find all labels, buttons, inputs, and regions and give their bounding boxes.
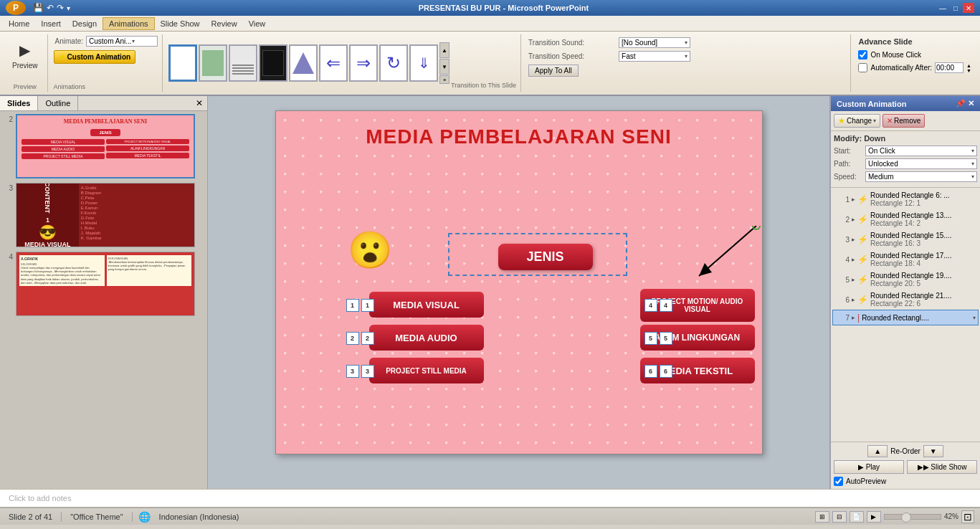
- item-5-expand[interactable]: ▸: [852, 276, 855, 283]
- remove-icon: ✕: [887, 117, 893, 125]
- close-button[interactable]: ✕: [963, 3, 974, 13]
- anim-scroll-up[interactable]: ▲: [439, 42, 449, 58]
- custom-animation-button[interactable]: ★ Custom Animation: [54, 50, 136, 64]
- start-combo[interactable]: On Click ▾: [865, 146, 977, 156]
- auto-after-checkbox[interactable]: [858, 63, 867, 72]
- slideshow-button[interactable]: ▶▶ Slide Show: [907, 460, 977, 474]
- menu-slideshow[interactable]: Slide Show: [155, 18, 206, 29]
- auto-after-stepper[interactable]: ▲▼: [966, 63, 971, 73]
- slideshow-view-button[interactable]: ▶: [867, 511, 881, 523]
- anim-list-item-1[interactable]: 1 ▸ ⚡ Rounded Rectangle 6: ... Rectangle…: [832, 189, 979, 209]
- media-audio-button[interactable]: MEDIA AUDIO: [369, 325, 484, 351]
- anim-list-item-7[interactable]: 7 ▸ | Rounded Rectangl.... ▾: [832, 310, 979, 325]
- slide-item-2[interactable]: 2 MEDIA PEMBELAJARAN SENI JENIS MEDIA VI…: [3, 114, 204, 178]
- anim-name-3a: Rounded Rectangle 15....: [870, 232, 976, 239]
- title-bar: P 💾 ↶ ↷ ▾ PRESENTASI BU PUR - Microsoft …: [0, 0, 980, 16]
- anim-thumb-4[interactable]: [259, 44, 287, 82]
- item-6-expand[interactable]: ▸: [852, 296, 855, 303]
- zoom-thumb[interactable]: [901, 513, 911, 523]
- change-button[interactable]: ★ Change ▾: [834, 114, 880, 128]
- speed-combo[interactable]: Medium ▾: [865, 171, 977, 182]
- slide-thumb-4[interactable]: A.GRAFIK KELEBIHAN Untuk mempelajari dan…: [16, 252, 195, 316]
- anim-icon-2: ⚡: [857, 214, 868, 224]
- anim-scroll-down[interactable]: ▼: [439, 59, 449, 75]
- on-mouse-click-checkbox[interactable]: [858, 50, 867, 59]
- anim-thumb-9[interactable]: ⇓: [409, 44, 438, 82]
- transition-speed-combo[interactable]: Fast ▾: [619, 51, 690, 62]
- anim-name-6a: Rounded Rectangle 21....: [870, 292, 976, 300]
- preview-icon: ▶: [14, 39, 37, 62]
- menu-review[interactable]: Review: [206, 18, 243, 29]
- slide-thumb-3[interactable]: CONTENT 1 😎 MEDIA VISUAL A.Grafis B.Diag…: [16, 183, 195, 247]
- anim-thumb-8[interactable]: ↻: [379, 44, 408, 82]
- reading-view-button[interactable]: 📄: [850, 511, 864, 523]
- autopreview-checkbox[interactable]: [834, 477, 843, 486]
- anim-thumb-7[interactable]: ⇒: [349, 44, 378, 82]
- animate-combo[interactable]: Custom Ani... ▾: [86, 36, 158, 47]
- undo-icon[interactable]: ↶: [47, 3, 54, 13]
- anim-thumb-5[interactable]: [289, 44, 318, 82]
- reorder-down-button[interactable]: ▼: [923, 445, 943, 457]
- anim-thumb-6[interactable]: ⇐: [319, 44, 348, 82]
- item-1-expand[interactable]: ▸: [852, 196, 855, 203]
- anim-thumb-2[interactable]: [199, 44, 227, 82]
- redo-icon[interactable]: ↷: [57, 3, 64, 13]
- item-7-expand[interactable]: ▸: [852, 314, 855, 321]
- anim-thumbs: ⇐ ⇒ ↻ ⇓: [168, 44, 438, 82]
- transition-sound-combo[interactable]: [No Sound] ▾: [619, 37, 690, 48]
- normal-view-button[interactable]: ⊞: [815, 511, 829, 523]
- project-still-media-button[interactable]: PROJECT STILL MEDIA: [369, 358, 484, 383]
- tab-slides[interactable]: Slides: [0, 96, 38, 110]
- anim-name-5a: Rounded Rectangle 19....: [870, 272, 976, 280]
- menu-animations[interactable]: Animations: [103, 17, 154, 30]
- panel-close-icon[interactable]: ✕: [968, 99, 974, 108]
- play-button[interactable]: ▶ Play: [834, 460, 904, 474]
- panel-pin-icon[interactable]: 📌: [956, 99, 966, 108]
- apply-to-all-button[interactable]: Apply To All: [528, 65, 579, 77]
- right-panel-title: Custom Animation: [837, 100, 906, 108]
- anim-name-6b: Rectangle 22: 6: [870, 300, 976, 308]
- preview-button[interactable]: ▶ Preview: [7, 36, 43, 72]
- item-2-expand[interactable]: ▸: [852, 216, 855, 223]
- minimize-button[interactable]: —: [937, 3, 948, 13]
- item-3-expand[interactable]: ▸: [852, 236, 855, 243]
- anim-list-item-5[interactable]: 5 ▸ ⚡ Rounded Rectangle 19.... Rectangle…: [832, 270, 979, 290]
- speed-label: Speed:: [834, 173, 862, 181]
- anim-list-item-3[interactable]: 3 ▸ ⚡ Rounded Rectangle 15.... Rectangle…: [832, 229, 979, 249]
- maximize-button[interactable]: □: [950, 3, 961, 13]
- menu-home[interactable]: Home: [3, 18, 35, 29]
- slides-panel-close[interactable]: ✕: [191, 96, 207, 110]
- slide-item-4[interactable]: 4 A.GRAFIK KELEBIHAN Untuk mempelajari d…: [3, 252, 204, 316]
- jenis-button[interactable]: JENIS: [498, 244, 593, 270]
- anim-scroll-more[interactable]: ≡: [439, 75, 449, 84]
- num-badge-2-inner: 2: [361, 332, 374, 345]
- auto-after-input[interactable]: [935, 62, 964, 73]
- notes-area[interactable]: Click to add notes: [0, 489, 980, 507]
- menu-view[interactable]: View: [243, 18, 272, 29]
- slide-sorter-button[interactable]: ⊟: [832, 511, 847, 523]
- transition-sound-label: Transition Sound:: [528, 39, 614, 47]
- reorder-up-button[interactable]: ▲: [867, 445, 888, 457]
- slide-background: [276, 111, 762, 454]
- item-4-expand[interactable]: ▸: [852, 256, 855, 263]
- anim-list-item-4[interactable]: 4 ▸ ⚡ Rounded Rectangle 17.... Rectangle…: [832, 249, 979, 270]
- anim-thumb-1[interactable]: [168, 44, 197, 82]
- anim-list-item-2[interactable]: 2 ▸ ⚡ Rounded Rectangle 13.... Rectangle…: [832, 209, 979, 229]
- anim-name-2b: Rectangle 14: 2: [870, 219, 976, 227]
- slide-item-3[interactable]: 3 CONTENT 1 😎 MEDIA VISUAL A.Grafis: [3, 183, 204, 247]
- main-slide[interactable]: MEDIA PEMBELAJARAN SENI 😮 JENIS 1 1 MEDI…: [275, 110, 763, 454]
- item-7-dropdown[interactable]: ▾: [973, 315, 976, 321]
- zoom-fit-icon[interactable]: ⊡: [961, 510, 974, 523]
- save-icon[interactable]: 💾: [33, 3, 44, 13]
- slide-thumb-2[interactable]: MEDIA PEMBELAJARAN SENI JENIS MEDIA VISU…: [16, 114, 195, 178]
- path-combo[interactable]: Unlocked ▾: [865, 158, 977, 169]
- media-visual-button[interactable]: MEDIA VISUAL: [369, 292, 484, 318]
- remove-button[interactable]: ✕ Remove: [883, 114, 925, 128]
- menu-design[interactable]: Design: [67, 18, 103, 29]
- menu-insert[interactable]: Insert: [35, 18, 67, 29]
- modify-title: Modify: Down: [834, 134, 977, 143]
- zoom-slider[interactable]: [884, 514, 941, 520]
- tab-outline[interactable]: Outline: [38, 96, 78, 110]
- anim-thumb-3[interactable]: [229, 44, 257, 82]
- anim-list-item-6[interactable]: 6 ▸ ⚡ Rounded Rectangle 21.... Rectangle…: [832, 290, 979, 310]
